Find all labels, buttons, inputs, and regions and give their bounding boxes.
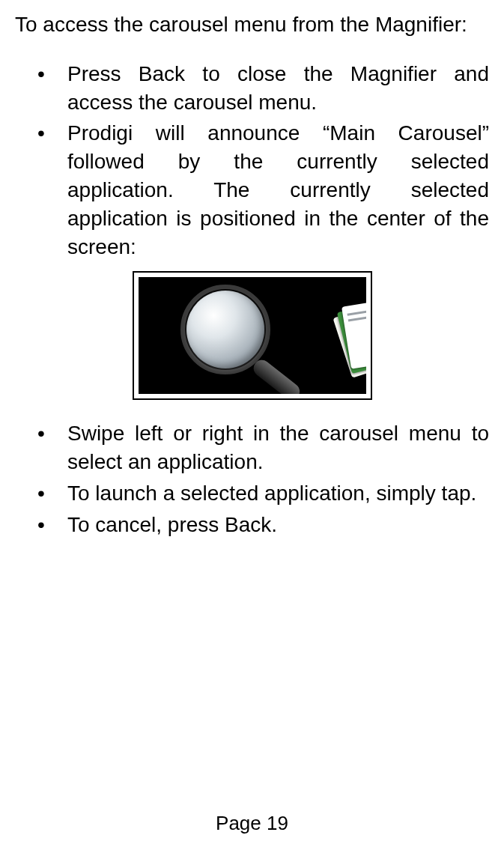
magnifier-lens-icon bbox=[186, 291, 264, 368]
bullet-item: Swipe left or right in the carousel menu… bbox=[15, 419, 489, 476]
page-number: Page 19 bbox=[0, 812, 504, 835]
bullet-item: Prodigi will announce “Main Carousel” fo… bbox=[15, 119, 489, 261]
carousel-screenshot bbox=[133, 271, 372, 400]
bullet-list-top: Press Back to close the Magnifier and ac… bbox=[15, 60, 489, 261]
device-screen bbox=[139, 277, 366, 394]
bullet-item: To launch a selected application, simply… bbox=[15, 479, 489, 508]
bullet-item: Press Back to close the Magnifier and ac… bbox=[15, 60, 489, 117]
magnifier-handle-icon bbox=[250, 357, 303, 395]
bullet-item: To cancel, press Back. bbox=[15, 511, 489, 539]
carousel-figure-wrap bbox=[15, 271, 489, 403]
gallery-peek-icon bbox=[333, 299, 365, 377]
intro-paragraph: To access the carousel menu from the Mag… bbox=[15, 10, 489, 39]
bullet-list-bottom: Swipe left or right in the carousel menu… bbox=[15, 419, 489, 538]
